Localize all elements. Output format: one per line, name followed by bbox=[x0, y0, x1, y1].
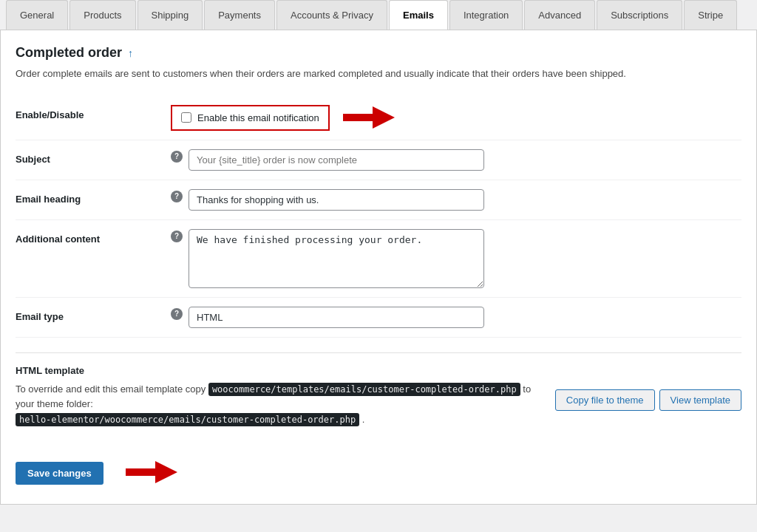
additional-content-label: Additional content bbox=[16, 229, 171, 245]
subject-label: Subject bbox=[16, 149, 171, 165]
enable-disable-label: Enable/Disable bbox=[16, 105, 171, 120]
svg-marker-1 bbox=[126, 461, 177, 483]
page-wrapper: GeneralProductsShippingPaymentsAccounts … bbox=[0, 0, 757, 532]
template-description: To override and edit this email template… bbox=[16, 382, 543, 428]
tab-products[interactable]: Products bbox=[69, 0, 135, 30]
subject-help-icon[interactable]: ? bbox=[171, 151, 183, 163]
page-title: Completed order bbox=[16, 45, 122, 61]
email-heading-row: Email heading ? bbox=[16, 180, 741, 220]
template-desc-prefix: To override and edit this email template… bbox=[16, 383, 206, 395]
template-actions: Copy file to theme View template bbox=[555, 389, 741, 411]
save-section: Save changes bbox=[16, 446, 741, 489]
email-type-label: Email type bbox=[16, 307, 171, 322]
tab-advanced[interactable]: Advanced bbox=[524, 0, 595, 30]
page-description: Order complete emails are sent to custom… bbox=[16, 66, 741, 81]
html-template-section: HTML template To override and edit this … bbox=[16, 352, 741, 428]
copy-file-to-theme-button[interactable]: Copy file to theme bbox=[555, 389, 655, 411]
enable-disable-row: Enable/Disable Enable this email notific… bbox=[16, 96, 741, 140]
tab-payments[interactable]: Payments bbox=[204, 0, 275, 30]
checkbox-annotation-container: Enable this email notification bbox=[171, 105, 330, 131]
tab-general[interactable]: General bbox=[6, 0, 68, 30]
checkbox-arrow-annotation bbox=[336, 103, 395, 132]
svg-marker-0 bbox=[343, 106, 395, 129]
tab-shipping[interactable]: Shipping bbox=[138, 0, 203, 30]
view-template-button[interactable]: View template bbox=[659, 389, 741, 411]
template-file-path: woocommerce/templates/emails/customer-co… bbox=[208, 383, 520, 396]
template-title: HTML template bbox=[16, 365, 741, 376]
email-heading-help-icon[interactable]: ? bbox=[171, 191, 183, 202]
email-type-input[interactable] bbox=[189, 307, 484, 328]
subject-input[interactable] bbox=[189, 149, 484, 171]
email-type-row: Email type ? bbox=[16, 298, 741, 338]
additional-content-row: Additional content ? We have finished pr… bbox=[16, 220, 741, 298]
additional-content-help-icon[interactable]: ? bbox=[171, 231, 183, 242]
subject-field: ? bbox=[171, 149, 741, 171]
tab-subscriptions[interactable]: Subscriptions bbox=[597, 0, 682, 30]
additional-content-textarea[interactable]: We have finished processing your order. bbox=[189, 229, 484, 288]
subject-row: Subject ? bbox=[16, 140, 741, 180]
template-theme-path: hello-elementor/woocommerce/emails/custo… bbox=[16, 413, 359, 426]
page-link-icon[interactable]: ↑ bbox=[128, 47, 133, 59]
email-heading-label: Email heading bbox=[16, 189, 171, 205]
enable-checkbox-label[interactable]: Enable this email notification bbox=[171, 105, 330, 131]
tabs-bar: GeneralProductsShippingPaymentsAccounts … bbox=[0, 0, 757, 30]
additional-content-field: ? We have finished processing your order… bbox=[171, 229, 741, 288]
tab-stripe[interactable]: Stripe bbox=[684, 0, 737, 30]
page-header: Completed order ↑ bbox=[16, 45, 741, 61]
enable-disable-field: Enable this email notification bbox=[171, 105, 741, 131]
template-text: To override and edit this email template… bbox=[16, 382, 543, 428]
enable-checkbox[interactable] bbox=[181, 112, 191, 123]
save-changes-button[interactable]: Save changes bbox=[16, 462, 103, 485]
form: Enable/Disable Enable this email notific… bbox=[16, 96, 741, 338]
enable-checkbox-text: Enable this email notification bbox=[197, 112, 319, 123]
tab-emails[interactable]: Emails bbox=[389, 0, 448, 30]
template-desc-suffix: . bbox=[362, 414, 365, 425]
email-type-help-icon[interactable]: ? bbox=[171, 308, 183, 320]
email-type-field: ? bbox=[171, 307, 741, 328]
red-arrow-icon bbox=[336, 103, 395, 132]
tab-accounts-privacy[interactable]: Accounts & Privacy bbox=[276, 0, 387, 30]
content-area: Completed order ↑ Order complete emails … bbox=[0, 30, 757, 505]
save-red-arrow-icon bbox=[118, 457, 177, 487]
email-heading-input[interactable] bbox=[189, 189, 484, 211]
save-arrow-annotation bbox=[118, 457, 177, 489]
email-heading-field: ? bbox=[171, 189, 741, 211]
tab-integration[interactable]: Integration bbox=[449, 0, 523, 30]
template-line: To override and edit this email template… bbox=[16, 382, 741, 428]
